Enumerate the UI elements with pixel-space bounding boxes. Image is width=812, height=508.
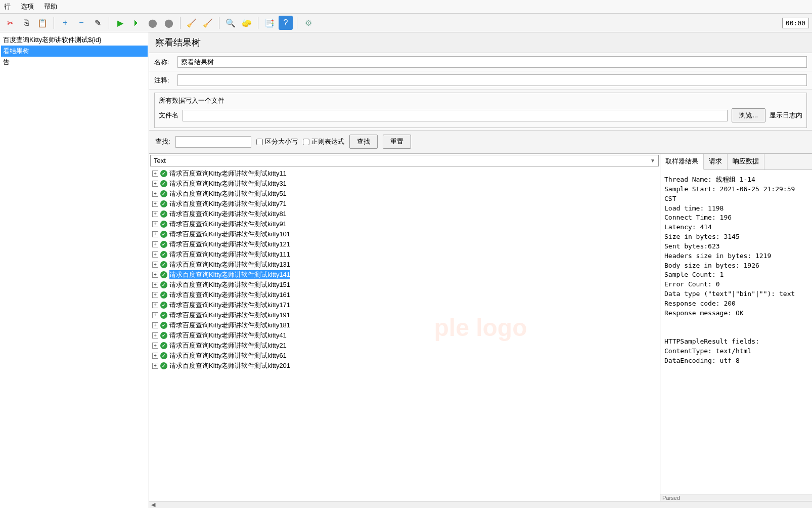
cut-icon[interactable]: ✂ bbox=[3, 16, 17, 30]
result-item[interactable]: +✓请求百度查询Kitty老师讲软件测试kitty11 bbox=[151, 168, 658, 179]
remove-icon[interactable]: − bbox=[74, 16, 88, 30]
horizontal-scrollbar[interactable]: ◀ bbox=[149, 501, 812, 508]
result-item-label: 请求百度查询Kitty老师讲软件测试kitty11 bbox=[169, 169, 287, 178]
result-item[interactable]: +✓请求百度查询Kitty老师讲软件测试kitty191 bbox=[151, 310, 658, 320]
tab-sampler-result[interactable]: 取样器结果 bbox=[660, 154, 704, 170]
expand-icon[interactable]: + bbox=[152, 221, 158, 227]
expand-icon[interactable]: + bbox=[152, 282, 158, 288]
result-item[interactable]: +✓请求百度查询Kitty老师讲软件测试kitty111 bbox=[151, 249, 658, 260]
copy-icon[interactable]: ⎘ bbox=[19, 16, 33, 30]
wand-icon[interactable]: ✎ bbox=[91, 16, 105, 30]
clear-all-icon[interactable]: 🧹 bbox=[201, 16, 215, 30]
menu-options[interactable]: 选项 bbox=[19, 1, 36, 12]
expand-icon[interactable]: + bbox=[152, 353, 158, 359]
result-item[interactable]: +✓请求百度查询Kitty老师讲软件测试kitty171 bbox=[151, 300, 658, 310]
comment-input[interactable] bbox=[177, 74, 807, 86]
expand-icon[interactable]: + bbox=[152, 262, 158, 268]
help-icon[interactable]: ? bbox=[279, 16, 293, 30]
search-icon[interactable]: 🔍 bbox=[223, 16, 238, 30]
expand-icon[interactable]: + bbox=[152, 292, 158, 298]
expand-icon[interactable]: + bbox=[152, 241, 158, 247]
result-item[interactable]: +✓请求百度查询Kitty老师讲软件测试kitty151 bbox=[151, 280, 658, 290]
result-item[interactable]: +✓请求百度查询Kitty老师讲软件测试kitty161 bbox=[151, 290, 658, 300]
expand-icon[interactable]: + bbox=[152, 251, 158, 258]
success-icon: ✓ bbox=[160, 200, 167, 207]
menu-run[interactable]: 行 bbox=[2, 1, 13, 12]
result-item-label: 请求百度查询Kitty老师讲软件测试kitty141 bbox=[169, 270, 290, 279]
success-icon: ✓ bbox=[160, 261, 167, 268]
name-label: 名称: bbox=[154, 58, 173, 67]
result-item[interactable]: +✓请求百度查询Kitty老师讲软件测试kitty201 bbox=[151, 361, 658, 371]
paste-icon[interactable]: 📋 bbox=[35, 16, 50, 30]
reset-button[interactable]: 重置 bbox=[383, 135, 411, 149]
result-item[interactable]: +✓请求百度查询Kitty老师讲软件测试kitty121 bbox=[151, 239, 658, 249]
expand-icon[interactable]: + bbox=[152, 302, 158, 308]
result-list[interactable]: +✓请求百度查询Kitty老师讲软件测试kitty11+✓请求百度查询Kitty… bbox=[149, 167, 660, 501]
tree-item-report[interactable]: 告 bbox=[1, 57, 148, 68]
result-item[interactable]: +✓请求百度查询Kitty老师讲软件测试kitty131 bbox=[151, 260, 658, 270]
templates-icon[interactable]: ⚙ bbox=[301, 16, 315, 30]
expand-icon[interactable]: + bbox=[152, 343, 158, 349]
stop-icon[interactable]: ⬤ bbox=[146, 16, 160, 30]
result-item[interactable]: +✓请求百度查询Kitty老师讲软件测试kitty21 bbox=[151, 341, 658, 351]
success-icon: ✓ bbox=[160, 332, 167, 339]
expand-icon[interactable]: + bbox=[152, 201, 158, 207]
separator bbox=[219, 17, 219, 29]
success-icon: ✓ bbox=[160, 190, 167, 197]
expand-icon[interactable]: + bbox=[152, 312, 158, 318]
search-input[interactable] bbox=[175, 136, 251, 148]
browse-button[interactable]: 浏览... bbox=[732, 108, 765, 122]
result-item[interactable]: +✓请求百度查询Kitty老师讲软件测试kitty101 bbox=[151, 229, 658, 239]
result-item[interactable]: +✓请求百度查询Kitty老师讲软件测试kitty91 bbox=[151, 219, 658, 229]
right-panel: 察看结果树 名称: 注释: 所有数据写入一个文件 文件名 浏览... 显示日志内 bbox=[149, 32, 812, 508]
regex-checkbox[interactable]: 正则表达式 bbox=[303, 137, 344, 146]
add-icon[interactable]: + bbox=[58, 16, 72, 30]
result-item[interactable]: +✓请求百度查询Kitty老师讲软件测试kitty61 bbox=[151, 351, 658, 361]
name-row: 名称: bbox=[149, 53, 812, 71]
success-icon: ✓ bbox=[160, 170, 167, 177]
search-button[interactable]: 查找 bbox=[349, 135, 378, 149]
expand-icon[interactable]: + bbox=[152, 272, 158, 278]
result-item[interactable]: +✓请求百度查询Kitty老师讲软件测试kitty41 bbox=[151, 330, 658, 341]
start-no-timers-icon[interactable]: ⏵ bbox=[129, 16, 144, 30]
expand-icon[interactable]: + bbox=[152, 211, 158, 217]
menu-help[interactable]: 帮助 bbox=[42, 1, 59, 12]
filename-input[interactable] bbox=[183, 110, 728, 121]
success-icon: ✓ bbox=[160, 312, 167, 319]
name-input[interactable] bbox=[177, 56, 807, 68]
start-icon[interactable]: ▶ bbox=[113, 16, 127, 30]
expand-icon[interactable]: + bbox=[152, 332, 158, 338]
detail-tabs: 取样器结果 请求 响应数据 bbox=[660, 154, 812, 170]
function-helper-icon[interactable]: 📑 bbox=[262, 16, 277, 30]
clear-icon[interactable]: 🧹 bbox=[185, 16, 199, 30]
renderer-combo[interactable]: Text ▼ bbox=[150, 155, 659, 166]
tab-response-data[interactable]: 响应数据 bbox=[728, 154, 764, 170]
result-item-label: 请求百度查询Kitty老师讲软件测试kitty131 bbox=[169, 260, 290, 269]
result-item[interactable]: +✓请求百度查询Kitty老师讲软件测试kitty51 bbox=[151, 189, 658, 199]
parsed-indicator: Parsed bbox=[660, 494, 812, 501]
expand-icon[interactable]: + bbox=[152, 191, 158, 197]
test-plan-tree[interactable]: 百度查询Kitty老师讲软件测试${id} 看结果树 告 bbox=[0, 32, 149, 508]
result-item[interactable]: +✓请求百度查询Kitty老师讲软件测试kitty81 bbox=[151, 209, 658, 219]
result-item[interactable]: +✓请求百度查询Kitty老师讲软件测试kitty71 bbox=[151, 199, 658, 209]
reset-search-icon[interactable]: 🧽 bbox=[240, 16, 254, 30]
tree-item-http-request[interactable]: 百度查询Kitty老师讲软件测试${id} bbox=[1, 34, 148, 46]
result-item[interactable]: +✓请求百度查询Kitty老师讲软件测试kitty31 bbox=[151, 179, 658, 189]
separator bbox=[54, 17, 54, 29]
result-item-label: 请求百度查询Kitty老师讲软件测试kitty111 bbox=[169, 250, 290, 259]
expand-icon[interactable]: + bbox=[152, 181, 158, 187]
shutdown-icon[interactable]: ⬤ bbox=[162, 16, 176, 30]
comment-row: 注释: bbox=[149, 71, 812, 90]
case-sensitive-checkbox[interactable]: 区分大小写 bbox=[256, 137, 298, 146]
tree-item-results-tree[interactable]: 看结果树 bbox=[1, 46, 148, 57]
expand-icon[interactable]: + bbox=[152, 171, 158, 177]
tab-request[interactable]: 请求 bbox=[704, 154, 728, 170]
result-item[interactable]: +✓请求百度查询Kitty老师讲软件测试kitty141 bbox=[151, 270, 658, 280]
success-icon: ✓ bbox=[160, 291, 167, 299]
result-item[interactable]: +✓请求百度查询Kitty老师讲软件测试kitty181 bbox=[151, 320, 658, 330]
expand-icon[interactable]: + bbox=[152, 322, 158, 328]
result-item-label: 请求百度查询Kitty老师讲软件测试kitty201 bbox=[169, 361, 290, 370]
expand-icon[interactable]: + bbox=[152, 231, 158, 237]
expand-icon[interactable]: + bbox=[152, 363, 158, 369]
success-icon: ✓ bbox=[160, 210, 167, 218]
